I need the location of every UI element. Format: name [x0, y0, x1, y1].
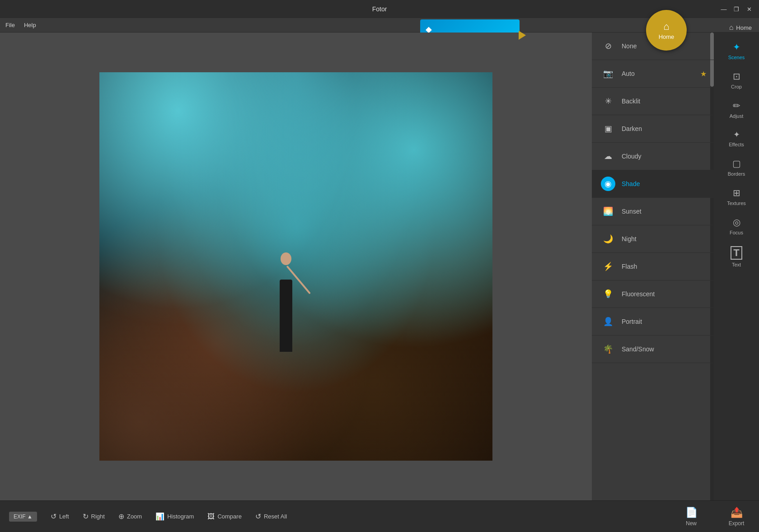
photo-canvas [99, 72, 492, 461]
menu-bar: File Help [0, 18, 759, 33]
scenes-icon: ✦ [733, 42, 740, 52]
person-head [281, 252, 291, 265]
borders-icon: ▢ [732, 158, 741, 169]
tool-borders[interactable]: ▢ Borders [716, 154, 757, 181]
home-button-small[interactable]: ⌂ Home [729, 23, 752, 32]
export-button[interactable]: 📤 Export [714, 500, 759, 532]
tool-effects[interactable]: ✦ Effects [716, 125, 757, 152]
tool-adjust[interactable]: ✏ Adjust [716, 96, 757, 123]
exif-button[interactable]: EXIF ▲ [9, 512, 37, 522]
scene-item-backlit[interactable]: ✳ Backlit [592, 88, 714, 115]
tool-focus[interactable]: ◎ Focus [716, 212, 757, 240]
scene-icon-portrait: 👤 [601, 314, 615, 329]
scene-item-shade[interactable]: ◉ Shade [592, 170, 714, 198]
right-rotate-icon: ↻ [83, 512, 89, 521]
home-label-large: Home [659, 33, 675, 40]
focus-label: Focus [730, 230, 743, 235]
new-label: New [686, 520, 697, 527]
textures-label: Textures [727, 201, 746, 206]
compare-icon: 🖼 [207, 513, 215, 521]
effects-label: Effects [729, 142, 744, 147]
histogram-icon: 📊 [155, 512, 164, 521]
zoom-label: Zoom [127, 513, 142, 520]
scene-item-fluorescent[interactable]: 💡 Fluorescent [592, 280, 714, 308]
scene-label-sunset: Sunset [622, 208, 642, 215]
scenes-panel: ⊘ None 📷 Auto ★ ✳ Backlit ▣ Darken ☁ Clo… [592, 33, 714, 500]
scene-item-darken[interactable]: ▣ Darken [592, 115, 714, 143]
scene-label-auto: Auto [622, 70, 635, 77]
tool-crop[interactable]: ⊡ Crop [716, 66, 757, 94]
scene-icon-cloudy: ☁ [601, 149, 615, 163]
scene-item-portrait[interactable]: 👤 Portrait [592, 308, 714, 336]
minimize-button[interactable]: — [719, 5, 728, 13]
adjust-icon: ✏ [733, 100, 740, 111]
scene-icon-sunset: 🌅 [601, 204, 615, 219]
scene-icon-none: ⊘ [601, 39, 615, 53]
nav-arrow [519, 31, 526, 40]
reset-icon: ↺ [255, 512, 261, 521]
reset-label: Reset All [264, 513, 287, 520]
canvas-area [0, 33, 592, 500]
menu-help[interactable]: Help [24, 22, 36, 28]
export-label: Export [729, 520, 745, 527]
scene-item-cloudy[interactable]: ☁ Cloudy [592, 143, 714, 170]
home-button-circle[interactable]: ⌂ Home [646, 10, 687, 51]
scene-item-flash[interactable]: ⚡ Flash [592, 253, 714, 280]
person-body [280, 280, 292, 352]
scene-icon-backlit: ✳ [601, 94, 615, 108]
right-sidebar: ✦ Scenes ⊡ Crop ✏ Adjust ✦ Effects ▢ Bor… [714, 33, 759, 500]
scene-item-night[interactable]: 🌙 Night [592, 225, 714, 253]
export-icon: 📤 [731, 507, 743, 518]
bottom-histogram-button[interactable]: 📊 Histogram [155, 512, 194, 521]
effects-icon: ✦ [733, 130, 740, 140]
person-figure [272, 252, 300, 352]
bottom-right-button[interactable]: ↻ Right [83, 512, 105, 521]
scene-star-auto: ★ [700, 70, 707, 78]
scene-icon-sand-snow: 🌴 [601, 342, 615, 356]
new-icon: 📄 [685, 507, 698, 518]
scene-item-auto[interactable]: 📷 Auto ★ [592, 60, 714, 88]
cave-photo [99, 72, 492, 461]
bottom-reset-button[interactable]: ↺ Reset All [255, 512, 287, 521]
bottom-zoom-button[interactable]: ⊕ Zoom [118, 512, 142, 521]
compare-label: Compare [217, 513, 241, 520]
scene-label-shade: Shade [622, 180, 640, 187]
left-rotate-label: Left [59, 513, 69, 520]
text-label: Text [732, 262, 741, 267]
scene-label-none: None [622, 42, 637, 50]
menu-file[interactable]: File [5, 22, 15, 28]
maximize-button[interactable]: ❐ [732, 5, 741, 13]
scene-label-cloudy: Cloudy [622, 153, 642, 160]
scenes-label: Scenes [728, 55, 745, 60]
scene-label-flash: Flash [622, 263, 637, 270]
home-icon-large: ⌂ [663, 21, 669, 33]
tool-text[interactable]: T Text [716, 242, 757, 272]
home-label-small: Home [736, 24, 752, 31]
zoom-icon: ⊕ [118, 512, 124, 521]
bottom-compare-button[interactable]: 🖼 Compare [207, 513, 241, 521]
borders-label: Borders [728, 171, 745, 177]
exif-label: EXIF ▲ [14, 513, 33, 520]
left-rotate-icon: ↺ [51, 512, 56, 521]
scene-icon-fluorescent: 💡 [601, 287, 615, 301]
tool-scenes[interactable]: ✦ Scenes [716, 37, 757, 65]
tool-textures[interactable]: ⊞ Textures [716, 183, 757, 210]
close-button[interactable]: ✕ [745, 5, 754, 13]
new-button[interactable]: 📄 New [669, 500, 714, 532]
textures-icon: ⊞ [733, 187, 740, 198]
scene-label-night: Night [622, 235, 637, 243]
main-area: ⊘ None 📷 Auto ★ ✳ Backlit ▣ Darken ☁ Clo… [0, 33, 759, 500]
scene-icon-night: 🌙 [601, 232, 615, 246]
text-icon: T [731, 246, 742, 260]
bottom-left-button[interactable]: ↺ Left [51, 512, 69, 521]
scene-item-sunset[interactable]: 🌅 Sunset [592, 198, 714, 225]
focus-icon: ◎ [733, 217, 740, 228]
right-rotate-label: Right [91, 513, 105, 520]
app-title: Fotor [372, 5, 387, 13]
crop-icon: ⊡ [733, 71, 740, 82]
crop-label: Crop [731, 84, 742, 89]
window-controls: — ❐ ✕ [719, 5, 754, 13]
scene-item-sand-snow[interactable]: 🌴 Sand/Snow [592, 336, 714, 363]
scene-icon-darken: ▣ [601, 121, 615, 136]
scene-label-fluorescent: Fluorescent [622, 290, 655, 298]
